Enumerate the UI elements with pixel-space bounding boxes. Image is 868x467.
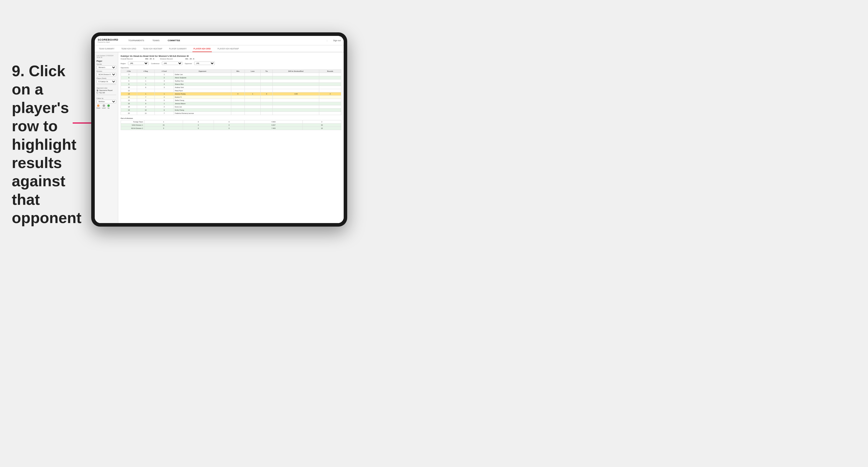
sidebar-player-rank-label: Player (Rank) <box>96 77 116 79</box>
sidebar-colour-by-select[interactable]: Win/loss <box>96 100 116 103</box>
sub-nav-team-summary[interactable]: TEAM SUMMARY <box>98 45 116 52</box>
table-row[interactable]: 31Esther Lee <box>121 73 341 76</box>
sub-nav-team-h2h-grid[interactable]: TEAM H2H GRID <box>120 45 137 52</box>
sub-nav-player-h2h-heatmap[interactable]: PLAYER H2H HEATMAP <box>216 45 240 52</box>
grid-title: Katelyn Vo Head-to-Head Grid for Women's… <box>121 55 341 57</box>
sidebar-player-rank-select[interactable]: 8. Katelyn Vo <box>96 80 116 83</box>
nav-bar: SCOREBOARD Powered by clippd TOURNAMENTS… <box>95 36 344 45</box>
ood-table-row: NCAA Division 25007.40010 <box>121 127 341 130</box>
radio-top-100[interactable]: Top 100 <box>96 92 116 94</box>
sidebar-colour-by: Colour by Win/loss Down Level <box>96 97 116 109</box>
filter-opponents-label: Opponents: <box>121 67 341 68</box>
col-rounds: Rounds <box>319 70 341 73</box>
sidebar-gender-select[interactable]: Women's <box>96 66 116 69</box>
sub-nav-player-summary[interactable]: PLAYER SUMMARY <box>168 45 188 52</box>
sidebar-division-select[interactable]: NCAA Division III <box>96 73 116 76</box>
filter-region-select[interactable]: (All) <box>128 62 149 65</box>
col-reg: # Reg <box>137 70 154 73</box>
colour-down-label: Down <box>96 107 100 109</box>
sidebar-colour-by-label: Colour by <box>96 97 116 99</box>
ood-table-row: Foreign Team1004.5002 <box>121 120 341 124</box>
radio-opponents-played[interactable]: Opponents Played <box>96 89 116 91</box>
colour-up-dot <box>107 104 110 107</box>
colour-down-dot <box>97 104 99 107</box>
sidebar-division-label: Division <box>96 70 116 72</box>
table-row[interactable]: 1063Andrea York <box>121 86 341 89</box>
overall-record-label: Overall Record: <box>121 58 133 60</box>
sub-nav: TEAM SUMMARY TEAM H2H GRID TEAM H2H HEAT… <box>95 45 344 52</box>
tablet-screen: SCOREBOARD Powered by clippd TOURNAMENTS… <box>95 36 344 223</box>
sub-nav-player-h2h-grid[interactable]: PLAYER H2H GRID <box>192 45 212 52</box>
sidebar-opponent-view: Opponent view Opponents Played Top 100 <box>96 87 116 94</box>
col-tie: Tie <box>261 70 273 73</box>
grid-area: Katelyn Vo Head-to-Head Grid for Women's… <box>118 52 344 223</box>
filter-conference-select[interactable]: (All) <box>162 62 182 65</box>
grid-records: Overall Record: 353 - 34 - 6 Division Re… <box>121 58 341 60</box>
filters-row: Region (All) Conference (All) Opponent (… <box>121 62 341 65</box>
sidebar-opponent-view-label: Opponent view <box>96 87 116 89</box>
table-row[interactable]: 12Heeji Hyun <box>121 89 341 92</box>
table-row[interactable]: 19106Emily Chang <box>121 108 341 112</box>
filter-region-label: Region <box>121 63 126 64</box>
player-h2h-table: # Div # Reg # Conf Opponent Win Loss Tie… <box>121 69 341 115</box>
table-row[interactable]: 1822Euna Lee <box>121 105 341 108</box>
colour-level-dot <box>103 104 105 107</box>
sidebar: Last Updated: 27/03/2024 16:55:38 Player… <box>95 52 118 223</box>
table-row[interactable]: 1585Stella Chang <box>121 99 341 102</box>
ood-table-row: NAIA Division 115009.26730 <box>121 124 341 127</box>
sub-nav-team-h2h-heatmap[interactable]: TEAM H2H HEATMAP <box>142 45 164 52</box>
ood-table: Foreign Team1004.5002NAIA Division 11500… <box>121 120 341 130</box>
ood-label: Out of division <box>121 117 341 119</box>
filter-opponent-select[interactable]: (All) <box>194 62 215 65</box>
colour-level-label: Level <box>102 107 105 109</box>
table-row[interactable]: 20117Federica Domecq Lacroze <box>121 112 341 115</box>
nav-committee[interactable]: COMMITTEE <box>166 39 181 42</box>
filter-opponent-label: Opponent <box>185 63 192 64</box>
sign-out[interactable]: Sign out <box>333 39 341 41</box>
table-row[interactable]: 522Alexis Sudjianto <box>121 76 341 80</box>
col-opponent: Opponent <box>174 70 231 73</box>
sidebar-timestamp: Last Updated: 27/03/2024 16:55:38 <box>96 55 116 58</box>
table-row[interactable]: 1311Jessica Huang010-3.002 <box>121 92 341 96</box>
table-row[interactable]: 613Sydney Kuo <box>121 80 341 83</box>
logo-area: SCOREBOARD Powered by clippd <box>98 38 118 43</box>
colour-indicators: Down Level Up <box>96 104 116 109</box>
main-content: Last Updated: 27/03/2024 16:55:38 Player… <box>95 52 344 223</box>
col-div: # Div <box>121 70 137 73</box>
annotation-text: 9. Click on a player's row to highlight … <box>12 62 88 227</box>
sidebar-player-label: Player <box>96 60 116 62</box>
col-diff: Diff Av Strokes/Rnd <box>273 70 319 73</box>
tablet-frame: SCOREBOARD Powered by clippd TOURNAMENTS… <box>91 32 347 226</box>
nav-tournaments[interactable]: TOURNAMENTS <box>127 39 145 42</box>
sidebar-gender-label: Gender <box>96 63 116 65</box>
filter-conference-label: Conference <box>151 63 159 64</box>
out-of-division-section: Out of division Foreign Team1004.5002NAI… <box>121 117 341 130</box>
table-row[interactable]: 914Sharon Mun <box>121 83 341 86</box>
col-win: Win <box>231 70 245 73</box>
logo-text: SCOREBOARD <box>98 38 118 41</box>
col-loss: Loss <box>245 70 261 73</box>
colour-up-label: Up <box>108 107 110 109</box>
table-row[interactable]: 1691Jessica Mason <box>121 102 341 105</box>
division-record-label: Division Record: <box>160 58 173 60</box>
table-row[interactable]: 1474Eunice Yi <box>121 96 341 99</box>
overall-record-value: 353 - 34 - 6 <box>145 58 154 60</box>
nav-teams[interactable]: TEAMS <box>151 39 161 42</box>
division-record-value: 331 - 34 - 6 <box>185 58 194 60</box>
logo-sub: Powered by clippd <box>98 41 118 43</box>
col-conf: # Conf <box>154 70 174 73</box>
